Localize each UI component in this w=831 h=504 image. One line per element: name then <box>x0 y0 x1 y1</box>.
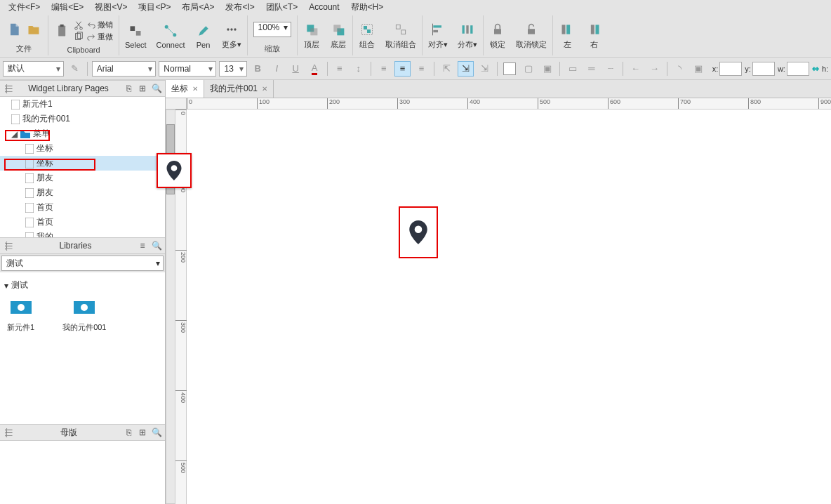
add-sibling-icon[interactable]: ⎘ <box>123 83 134 94</box>
align-left-text-button[interactable]: ≡ <box>375 61 392 77</box>
bold-button[interactable]: B <box>250 61 266 77</box>
tab[interactable]: 我的元件001✕ <box>204 80 274 98</box>
zoom-select[interactable]: 100% <box>253 22 292 37</box>
paste-icon[interactable] <box>54 22 71 39</box>
w-input[interactable] <box>787 62 809 76</box>
select-tool-icon[interactable] <box>127 22 144 39</box>
border-style-button[interactable]: ┈ <box>602 61 618 77</box>
valign-middle-button[interactable]: ⇲ <box>458 61 474 77</box>
tree-page[interactable]: 朋友 <box>0 185 165 200</box>
close-icon[interactable]: ✕ <box>262 85 267 93</box>
lock-icon[interactable] <box>489 21 506 38</box>
group-icon[interactable] <box>359 21 375 38</box>
tree-page[interactable]: 首页 <box>0 215 165 230</box>
tree-page[interactable]: 我的元件001 <box>0 112 165 126</box>
menu-file[interactable]: 文件<F> <box>3 0 46 15</box>
font-size-select[interactable]: 13 <box>219 61 246 77</box>
outer-shadow-button[interactable]: ▢ <box>521 61 537 77</box>
open-file-icon[interactable] <box>25 21 42 38</box>
library-group[interactable]: ▾测试 <box>4 277 161 294</box>
add-sibling-icon[interactable]: ⎘ <box>123 427 134 438</box>
library-widget[interactable]: 我的元件001 <box>62 301 106 333</box>
search-icon[interactable]: 🔍 <box>151 83 162 94</box>
send-back-icon[interactable] <box>330 21 347 38</box>
menu-arrange[interactable]: 布局<A> <box>176 0 220 15</box>
tree-page[interactable]: 新元件1 <box>0 97 165 112</box>
x-input[interactable] <box>719 62 742 76</box>
svg-rect-37 <box>25 159 34 168</box>
canvas[interactable] <box>187 110 831 504</box>
search-icon[interactable]: 🔍 <box>151 240 162 251</box>
svg-rect-39 <box>25 188 34 198</box>
bullets-button[interactable]: ≡ <box>331 61 347 77</box>
menu-icon[interactable]: ≡ <box>137 240 148 251</box>
bring-front-icon[interactable] <box>303 21 320 38</box>
menu-publish[interactable]: 发布<I> <box>220 0 260 15</box>
line-spacing-button[interactable]: ↕ <box>350 61 366 77</box>
align-left-icon[interactable] <box>559 21 576 38</box>
undo-button[interactable]: 撤销 <box>86 20 113 30</box>
distribute-icon[interactable] <box>459 21 476 38</box>
valign-top-button[interactable]: ⇱ <box>439 61 455 77</box>
paint-format-icon[interactable]: ✎ <box>67 61 83 77</box>
library-widget[interactable]: 新元件1 <box>7 301 34 333</box>
menu-team[interactable]: 团队<T> <box>260 0 303 15</box>
close-icon[interactable]: ✕ <box>192 85 198 93</box>
border-width-button[interactable]: ═ <box>583 61 599 77</box>
menu-account[interactable]: Account <box>303 1 345 13</box>
line-end1-button[interactable]: ← <box>627 61 644 77</box>
fill-color-button[interactable] <box>502 61 518 77</box>
menu-project[interactable]: 项目<P> <box>133 0 176 15</box>
menu-help[interactable]: 帮助<H> <box>345 0 390 15</box>
align-right-text-button[interactable]: ≡ <box>413 61 430 77</box>
style-select[interactable]: 默认 <box>3 61 64 77</box>
align-center-text-button[interactable]: ≡ <box>394 61 411 77</box>
add-child-icon[interactable]: ⊞ <box>137 427 148 438</box>
collapse-icon[interactable]: ⬱ <box>3 83 14 94</box>
font-weight-select[interactable]: Normal <box>159 61 216 77</box>
menu-view[interactable]: 视图<V> <box>89 0 133 15</box>
connect-tool-icon[interactable] <box>162 22 179 39</box>
tree-page[interactable]: 坐标 <box>0 141 165 156</box>
cut-icon[interactable] <box>74 20 84 30</box>
font-select[interactable]: Arial <box>92 61 157 77</box>
unlock-icon[interactable] <box>523 21 540 38</box>
underline-button[interactable]: U <box>288 61 304 77</box>
clipboard-label: Clipboard <box>67 46 100 55</box>
font-color-button[interactable]: A <box>307 61 323 77</box>
library-select[interactable]: 测试 <box>1 256 164 271</box>
redo-button[interactable]: 重做 <box>86 32 113 42</box>
collapse-icon[interactable]: ⬱ <box>3 240 14 251</box>
pen-tool-icon[interactable] <box>195 22 212 39</box>
inner-shadow-button[interactable]: ▣ <box>540 61 556 77</box>
tab-active[interactable]: 坐标✕ <box>166 80 204 98</box>
add-child-icon[interactable]: ⊞ <box>137 83 148 94</box>
tree-page-selected[interactable]: 坐标 <box>0 156 165 171</box>
padding-button[interactable]: ▣ <box>691 61 707 77</box>
lock-ratio-icon[interactable]: ⇔ <box>812 64 819 74</box>
tree-page[interactable]: 首页 <box>0 200 165 215</box>
tree-folder[interactable]: ◢菜单 <box>0 126 165 141</box>
menu-edit[interactable]: 编辑<E> <box>46 0 89 15</box>
horizontal-ruler: 0 100 200 300 400 500 600 700 800 900 <box>187 98 831 110</box>
tree-page[interactable]: 朋友 <box>0 171 165 185</box>
line-end2-button[interactable]: → <box>646 61 663 77</box>
svg-rect-22 <box>434 25 442 27</box>
tree-page[interactable]: 我的 <box>0 230 165 237</box>
align-icon[interactable] <box>430 21 446 38</box>
h-label: h: <box>822 65 828 73</box>
align-right-icon[interactable] <box>585 21 602 38</box>
new-file-icon[interactable] <box>6 21 22 38</box>
border-color-button[interactable]: ▭ <box>564 61 580 77</box>
masters-panel-header: ⬱ 母版 ⎘ ⊞ 🔍 <box>0 424 165 441</box>
y-input[interactable] <box>752 62 775 76</box>
valign-bottom-button[interactable]: ⇲ <box>477 61 493 77</box>
corner-radius-button[interactable]: ◝ <box>672 61 688 77</box>
more-tools-icon[interactable] <box>223 21 240 38</box>
location-pin-widget[interactable] <box>399 206 438 258</box>
ungroup-icon[interactable] <box>392 21 409 38</box>
collapse-icon[interactable]: ⬱ <box>3 427 14 438</box>
copy-icon[interactable] <box>74 32 84 41</box>
italic-button[interactable]: I <box>269 61 285 77</box>
search-icon[interactable]: 🔍 <box>151 427 162 438</box>
